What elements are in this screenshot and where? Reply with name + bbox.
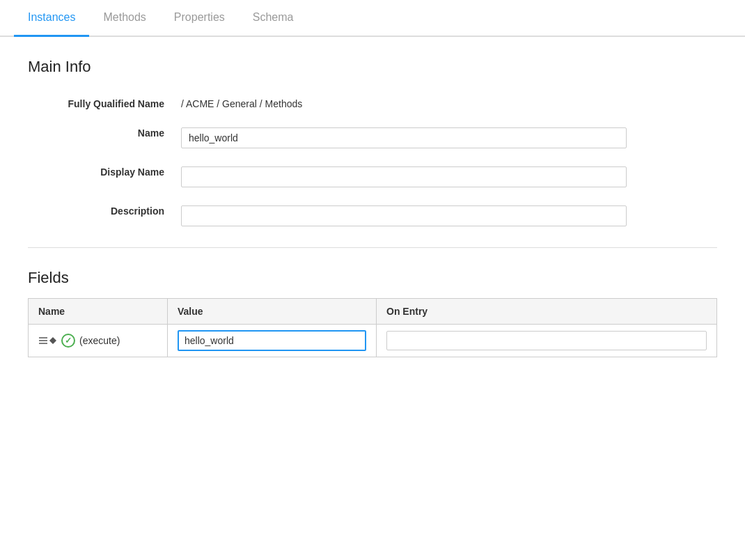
fields-section-title: Fields xyxy=(28,269,717,287)
diamond-icon xyxy=(49,336,57,345)
tab-methods[interactable]: Methods xyxy=(89,0,159,37)
execute-label: (execute) xyxy=(79,335,120,346)
name-row: Name xyxy=(28,122,717,148)
col-header-onentry: On Entry xyxy=(377,299,717,325)
tab-instances[interactable]: Instances xyxy=(14,0,89,37)
name-label: Name xyxy=(28,122,181,139)
lines-icon xyxy=(38,336,48,345)
section-divider xyxy=(28,247,717,248)
table-row: ✓ (execute) xyxy=(29,325,717,357)
name-input[interactable] xyxy=(181,127,627,148)
description-label: Description xyxy=(28,200,181,217)
display-name-row: Display Name xyxy=(28,161,717,187)
tab-bar: Instances Methods Properties Schema xyxy=(0,0,745,37)
row-onentry-cell xyxy=(377,325,717,357)
col-header-name: Name xyxy=(29,299,168,325)
row-value-cell xyxy=(168,325,377,357)
fqn-label: Fully Qualified Name xyxy=(28,93,181,109)
fields-table: Name Value On Entry xyxy=(28,298,717,357)
display-name-input[interactable] xyxy=(181,166,627,187)
col-header-value: Value xyxy=(168,299,377,325)
row-onentry-input[interactable] xyxy=(386,331,707,350)
tab-properties[interactable]: Properties xyxy=(160,0,239,37)
row-name-cell: ✓ (execute) xyxy=(29,325,168,357)
check-circle-icon: ✓ xyxy=(61,334,75,348)
execute-icon xyxy=(38,336,57,345)
display-name-label: Display Name xyxy=(28,161,181,178)
description-input[interactable] xyxy=(181,205,627,226)
tab-schema[interactable]: Schema xyxy=(239,0,308,37)
fqn-row: Fully Qualified Name / ACME / General / … xyxy=(28,93,717,109)
fqn-value: / ACME / General / Methods xyxy=(181,93,717,109)
table-header-row: Name Value On Entry xyxy=(29,299,717,325)
svg-marker-3 xyxy=(49,337,56,344)
row-value-input[interactable] xyxy=(178,330,366,351)
description-row: Description xyxy=(28,200,717,226)
main-content: Main Info Fully Qualified Name / ACME / … xyxy=(0,37,745,378)
main-info-form: Fully Qualified Name / ACME / General / … xyxy=(28,93,717,226)
main-info-title: Main Info xyxy=(28,58,717,76)
